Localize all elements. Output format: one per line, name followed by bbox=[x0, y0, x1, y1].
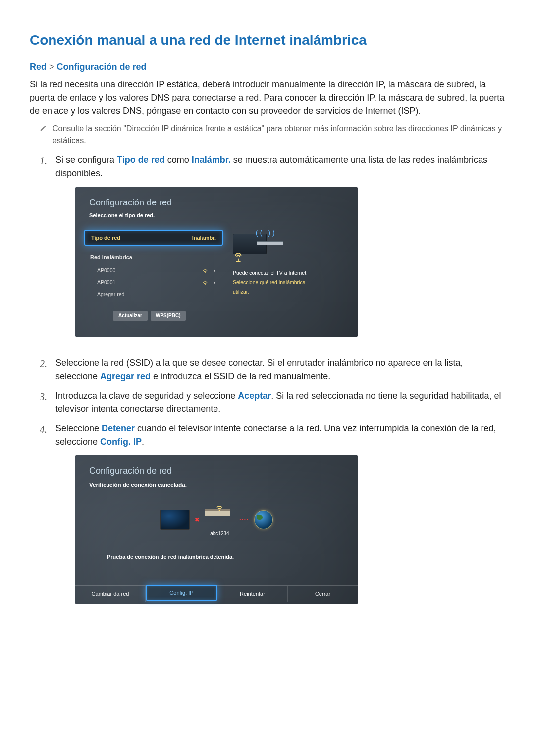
panel2-buttons: Cambiar da red Config. IP Reintentar Cer… bbox=[75, 585, 358, 602]
stand-icon bbox=[233, 252, 244, 263]
panel1-title: Configuración de red bbox=[75, 187, 358, 211]
wifi-signal-icon: (( )) bbox=[256, 228, 277, 238]
ap-name: AP0001 bbox=[97, 279, 115, 287]
config-ip-button[interactable]: Config. IP bbox=[146, 585, 217, 601]
step-number: 3. bbox=[40, 389, 49, 416]
connection-graphic: ✖ abc1234 •••• bbox=[88, 502, 345, 537]
panel2-title: Configuración de red bbox=[75, 455, 358, 480]
breadcrumb-b: Configuración de red bbox=[57, 62, 147, 72]
retry-button[interactable]: Reintentar bbox=[217, 586, 288, 602]
info-line-highlight: Seleccione qué red inalámbrica bbox=[233, 278, 342, 287]
tipo-de-red-term: Tipo de red bbox=[117, 155, 165, 165]
wifi-icon bbox=[202, 268, 208, 274]
config-ip-term: Config. IP bbox=[100, 437, 142, 447]
router-icon bbox=[257, 241, 283, 245]
step-1-text: Si se configura Tipo de red como Inalámb… bbox=[55, 153, 505, 180]
step-number: 1. bbox=[40, 153, 49, 351]
network-type-value: Inalámbr. bbox=[192, 234, 216, 242]
wireless-network-header: Red inalámbrica bbox=[84, 251, 223, 265]
step-number: 2. bbox=[40, 356, 49, 383]
ap-row[interactable]: AP0000 bbox=[84, 265, 223, 277]
ap-name: AP0000 bbox=[97, 267, 115, 275]
step-1: 1. Si se configura Tipo de red como Inal… bbox=[40, 153, 505, 351]
intro-paragraph: Si la red necesita una dirección IP está… bbox=[30, 78, 505, 118]
step-4-text: Seleccione Detener cuando el televisor i… bbox=[55, 422, 505, 449]
close-button[interactable]: Cerrar bbox=[288, 586, 358, 602]
panel2-subtitle: Verificación de conexión cancelada. bbox=[88, 480, 345, 498]
refresh-button[interactable]: Actualizar bbox=[113, 311, 148, 321]
chevron-right-icon bbox=[212, 280, 217, 285]
globe-icon bbox=[254, 510, 273, 529]
inalambr-term: Inalámbr. bbox=[192, 155, 231, 165]
network-setup-panel-2: Configuración de red Verificación de con… bbox=[75, 455, 358, 604]
page-title: Conexión manual a una red de Internet in… bbox=[30, 30, 505, 50]
step-3: 3. Introduzca la clave de seguridad y se… bbox=[40, 389, 505, 416]
network-type-label: Tipo de red bbox=[91, 234, 120, 242]
note-text: Consulte la sección "Dirección IP dinámi… bbox=[53, 123, 505, 147]
step-4: 4. Seleccione Detener cuando el televiso… bbox=[40, 422, 505, 618]
pencil-icon bbox=[40, 125, 47, 132]
info-line: Puede conectar el TV a Internet. bbox=[233, 268, 342, 278]
add-network-row[interactable]: Agregar red bbox=[84, 289, 223, 301]
note-row: Consulte la sección "Dirección IP dinámi… bbox=[40, 123, 505, 147]
panel1-subtitle: Seleccione el tipo de red. bbox=[75, 211, 358, 227]
wps-button[interactable]: WPS(PBC) bbox=[151, 311, 186, 321]
aceptar-term: Aceptar bbox=[238, 391, 271, 401]
detener-term: Detener bbox=[102, 423, 135, 433]
breadcrumb-sep: > bbox=[49, 62, 54, 72]
step-3-text: Introduzca la clave de seguridad y selec… bbox=[55, 389, 505, 416]
tv-icon bbox=[160, 510, 190, 530]
change-network-button[interactable]: Cambiar da red bbox=[75, 586, 146, 602]
step-number: 4. bbox=[40, 422, 49, 618]
ssid-label: abc1234 bbox=[205, 530, 234, 537]
panel1-right-info: (( )) Puede conectar el TV a Internet. S… bbox=[233, 230, 342, 297]
breadcrumb-a: Red bbox=[30, 62, 47, 72]
connection-dots-icon: •••• bbox=[239, 517, 249, 523]
step-2: 2. Seleccione la red (SSID) a la que se … bbox=[40, 356, 505, 383]
agregar-red-term: Agregar red bbox=[100, 371, 151, 381]
router-illustration: (( )) bbox=[233, 230, 342, 259]
chevron-right-icon bbox=[212, 268, 217, 273]
wifi-icon bbox=[202, 280, 208, 286]
network-setup-panel-1: Configuración de red Seleccione el tipo … bbox=[75, 187, 358, 337]
network-type-row[interactable]: Tipo de red Inalámbr. bbox=[84, 230, 223, 246]
wifi-icon bbox=[215, 504, 223, 512]
breadcrumb: Red > Configuración de red bbox=[30, 60, 505, 74]
info-line-highlight: utilizar. bbox=[233, 287, 342, 297]
ap-row[interactable]: AP0001 bbox=[84, 277, 223, 289]
panel2-message: Prueba de conexión de red inalámbrica de… bbox=[88, 539, 345, 585]
step-2-text: Seleccione la red (SSID) a la que se des… bbox=[55, 356, 505, 383]
disconnect-x-icon: ✖ bbox=[195, 515, 200, 524]
